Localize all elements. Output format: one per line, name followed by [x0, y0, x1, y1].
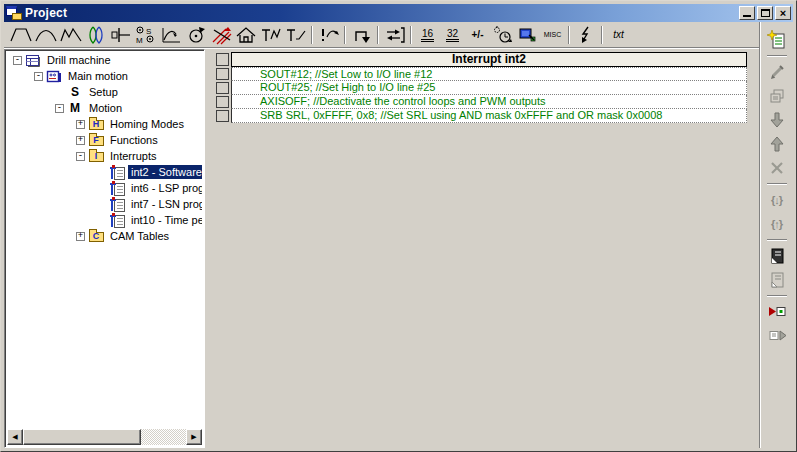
tree-item-int6[interactable]: int6 - LSP progran	[7, 180, 202, 196]
sign-variable-icon[interactable]: +/-	[465, 24, 490, 46]
collapse-icon[interactable]: -	[13, 56, 22, 65]
electronic-camming-icon[interactable]	[158, 24, 183, 46]
free-text-icon[interactable]: txt	[606, 24, 631, 46]
assignment-icon[interactable]	[515, 24, 540, 46]
toolbar-separator	[767, 55, 787, 57]
instruction-row[interactable]: SRB SRL, 0xFFFF, 0x8; //Set SRL using AN…	[214, 109, 759, 123]
interrupt-icon	[109, 213, 125, 228]
insert-top-icon[interactable]: {↑}	[765, 213, 789, 235]
instruction-text[interactable]: SOUT#12; //Set Low to I/O line #12	[231, 67, 747, 81]
tree-item-int10[interactable]: int10 - Time perio	[7, 212, 202, 228]
move-down-icon[interactable]	[765, 109, 789, 131]
tree-item-homing-modes[interactable]: + H Homing Modes	[7, 116, 202, 132]
application-icon	[46, 69, 62, 84]
gutter-cell[interactable]	[216, 68, 229, 80]
tree-item-functions[interactable]: + F Functions	[7, 132, 202, 148]
miscellaneous-icon[interactable]: MISC	[540, 24, 565, 46]
instruction-row[interactable]: AXISOFF; //Deactivate the control loops …	[214, 95, 759, 109]
interrupt-icon	[109, 181, 125, 196]
pt-profile-icon[interactable]	[58, 24, 83, 46]
insert-bottom-icon[interactable]: {↓}	[765, 189, 789, 211]
minimize-button[interactable]	[739, 6, 755, 20]
collapse-icon[interactable]: -	[76, 152, 85, 161]
toggle-breakpoint-icon[interactable]	[765, 301, 789, 323]
view-text-icon[interactable]	[765, 269, 789, 291]
tree-item-label: Main motion	[65, 69, 131, 83]
expand-icon[interactable]: +	[76, 120, 85, 129]
stop-motion-icon[interactable]	[208, 24, 233, 46]
maximize-button[interactable]	[757, 6, 773, 20]
scroll-left-icon[interactable]: ◀	[7, 429, 23, 445]
close-button[interactable]: ×	[775, 6, 791, 20]
tree-item-setup[interactable]: S Setup	[7, 84, 202, 100]
test-ramp-icon[interactable]	[283, 24, 308, 46]
collapse-icon[interactable]: -	[55, 104, 64, 113]
copy-instruction-icon[interactable]	[765, 85, 789, 107]
tree-item-label: int7 - LSN progran	[128, 197, 202, 211]
io-clock-icon[interactable]	[490, 24, 515, 46]
tree-item-int2[interactable]: int2 - Software pr	[7, 164, 202, 180]
gutter-cell[interactable]	[216, 96, 229, 108]
interrupt-icon	[109, 197, 125, 212]
toolbar-separator	[767, 295, 787, 297]
tree-item-label: Drill machine	[44, 53, 114, 67]
expand-icon[interactable]: +	[76, 136, 85, 145]
delete-instruction-icon[interactable]	[765, 157, 789, 179]
homing-icon[interactable]	[233, 24, 258, 46]
project-icon	[25, 53, 41, 68]
new-instruction-icon[interactable]	[765, 29, 789, 51]
int32-variable-icon[interactable]: 32	[440, 24, 465, 46]
expand-icon[interactable]: +	[76, 232, 85, 241]
title-bar[interactable]: Project ×	[4, 4, 793, 22]
event-icon[interactable]	[316, 24, 341, 46]
edit-instruction-icon[interactable]	[765, 61, 789, 83]
int16-variable-icon[interactable]: 16	[415, 24, 440, 46]
gutter-cell[interactable]	[216, 53, 229, 66]
electronic-gearing-icon[interactable]: S M	[133, 24, 158, 46]
tree-horizontal-scrollbar[interactable]: ◀ ▶	[7, 429, 202, 445]
pvt-profile-icon[interactable]	[83, 24, 108, 46]
motor-rotation-icon[interactable]	[183, 24, 208, 46]
panel-splitter[interactable]	[205, 49, 214, 448]
gutter-cell[interactable]	[216, 110, 229, 122]
instruction-editor: Interrupt int2 SOUT#12; //Set Low to I/O…	[214, 49, 759, 448]
arithmetic-icon[interactable]	[573, 24, 598, 46]
instruction-row[interactable]: SOUT#12; //Set Low to I/O line #12	[214, 67, 759, 81]
tree-item-drill-machine[interactable]: - Drill machine	[7, 52, 202, 68]
folder-icon: C	[88, 229, 104, 244]
project-tree-panel: - Drill machine -	[4, 49, 205, 448]
folder-icon: I	[88, 149, 104, 164]
toolbar-separator	[601, 26, 603, 44]
move-up-icon[interactable]	[765, 133, 789, 155]
collapse-icon[interactable]: -	[34, 72, 43, 81]
call-function-icon[interactable]	[382, 24, 407, 46]
project-app-icon	[6, 6, 22, 20]
view-source-icon[interactable]	[765, 245, 789, 267]
motion-toolbar: S M	[4, 22, 759, 48]
instruction-text[interactable]: AXISOFF; //Deactivate the control loops …	[231, 95, 747, 109]
trapezoidal-profile-icon[interactable]	[8, 24, 33, 46]
tree-item-int7[interactable]: int7 - LSN progran	[7, 196, 202, 212]
gutter-cell[interactable]	[216, 82, 229, 94]
tree-item-motion[interactable]: - M Motion	[7, 100, 202, 116]
tree-item-label: int10 - Time perio	[128, 213, 202, 227]
window-title: Project	[25, 6, 67, 20]
tree-item-interrupts[interactable]: - I Interrupts	[7, 148, 202, 164]
tree-item-cam-tables[interactable]: + C CAM Tables	[7, 228, 202, 244]
tree-item-label: Setup	[86, 85, 121, 99]
minimize-icon	[743, 15, 751, 17]
instruction-text[interactable]: ROUT#25; //Set High to I/O line #25	[231, 81, 747, 95]
scroll-right-icon[interactable]: ▶	[186, 429, 202, 445]
jump-icon[interactable]	[349, 24, 374, 46]
instruction-row[interactable]: ROUT#25; //Set High to I/O line #25	[214, 81, 759, 95]
folder-icon: F	[88, 133, 104, 148]
test-m-wave-icon[interactable]	[258, 24, 283, 46]
toolbar-separator	[568, 26, 570, 44]
scrollbar-thumb[interactable]	[23, 429, 141, 445]
scurve-profile-icon[interactable]	[33, 24, 58, 46]
step-instruction-icon[interactable]	[765, 325, 789, 347]
tree-item-main-motion[interactable]: - Main motion	[7, 68, 202, 84]
external-profile-icon[interactable]	[108, 24, 133, 46]
instruction-text[interactable]: SRB SRL, 0xFFFF, 0x8; //Set SRL using AN…	[231, 109, 747, 123]
editor-header-row: Interrupt int2	[214, 52, 759, 67]
